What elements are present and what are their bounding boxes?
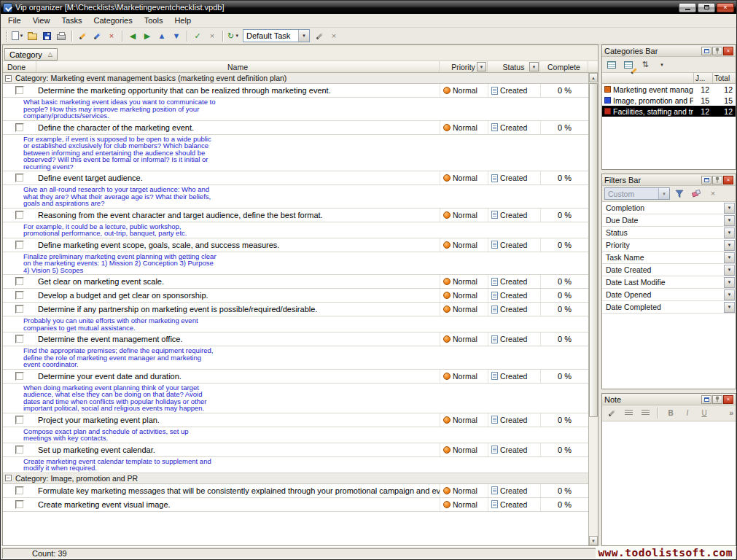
print-button[interactable] <box>54 28 69 43</box>
task-row[interactable]: Determine if any partnership on marketin… <box>3 303 588 316</box>
task-checkbox[interactable] <box>15 291 24 300</box>
close-button[interactable]: × <box>717 3 734 12</box>
filter-dropdown-button[interactable]: ▼ <box>724 302 735 313</box>
save-button[interactable] <box>39 28 54 43</box>
categories-due-column-header[interactable]: J... <box>693 73 712 83</box>
delete-filter-button[interactable]: × <box>706 187 720 201</box>
note-close-button[interactable]: × <box>723 395 733 404</box>
task-checkbox[interactable] <box>15 416 24 424</box>
task-row[interactable]: Reasoning from the event character and t… <box>3 209 588 222</box>
menu-view[interactable]: View <box>27 15 56 26</box>
task-checkbox[interactable] <box>15 305 24 314</box>
filter-row-date-completed[interactable]: Date Completed▼ <box>602 301 736 314</box>
move-left-button[interactable]: ◀ <box>125 28 140 43</box>
category-row[interactable]: Facilities, staffing and tr1212 <box>602 106 736 117</box>
new-category-button[interactable] <box>604 58 619 72</box>
categories-total-column-header[interactable]: Total <box>712 73 736 83</box>
note-toolbar-overflow-button[interactable]: » <box>729 409 733 417</box>
category-row[interactable]: Marketing event manage1212 <box>602 84 736 95</box>
categories-bar-header[interactable]: Categories Bar × <box>602 45 736 57</box>
filter-row-date-last-modifie[interactable]: Date Last Modifie▼ <box>602 276 736 289</box>
filter-dropdown-button[interactable]: ▼ <box>724 203 735 214</box>
filter-row-date-opened[interactable]: Date Opened▼ <box>602 289 736 301</box>
filter-dropdown-button[interactable]: ▼ <box>724 252 735 263</box>
underline-button[interactable]: U <box>697 406 711 421</box>
filter-preset-dropdown-icon[interactable]: ▼ <box>658 188 669 199</box>
delete-task-button[interactable]: × <box>104 28 119 43</box>
priority-filter-button[interactable]: ▼ <box>477 62 486 71</box>
edit-note-button[interactable] <box>604 406 619 421</box>
edit-template-button[interactable] <box>312 28 327 43</box>
task-checkbox[interactable] <box>15 500 24 509</box>
bold-button[interactable]: B <box>663 406 678 421</box>
task-row[interactable]: Get clear on marketing event scale.Norma… <box>3 275 588 289</box>
add-task-button[interactable] <box>75 28 90 43</box>
task-row[interactable]: Create marketing event visual image.Norm… <box>3 498 588 512</box>
toolbar-drag-handle[interactable] <box>6 31 8 42</box>
task-row[interactable]: Define event target audience.NormalCreat… <box>3 171 588 185</box>
edit-category-button[interactable] <box>621 58 636 72</box>
menu-tools[interactable]: Tools <box>139 15 169 26</box>
task-checkbox[interactable] <box>15 446 24 454</box>
task-checkbox[interactable] <box>15 335 24 343</box>
categories-close-button[interactable]: × <box>723 47 733 55</box>
task-checkbox[interactable] <box>15 241 24 249</box>
filter-dropdown-button[interactable]: ▼ <box>724 240 735 251</box>
edit-task-button[interactable] <box>90 28 104 43</box>
filter-dropdown-button[interactable]: ▼ <box>724 228 735 238</box>
italic-button[interactable]: I <box>680 406 695 421</box>
note-header[interactable]: Note × <box>602 394 736 405</box>
numbered-list-button[interactable] <box>638 406 652 421</box>
scroll-up-button[interactable]: ▲ <box>589 73 598 82</box>
filter-dropdown-button[interactable]: ▼ <box>724 289 735 300</box>
filter-preset-combobox[interactable]: Custom ▼ <box>604 187 670 200</box>
move-right-button[interactable]: ▶ <box>140 28 155 43</box>
filter-dropdown-button[interactable]: ▼ <box>724 277 735 288</box>
task-row[interactable]: Define marketing event scope, goals, sca… <box>3 238 588 252</box>
task-row[interactable]: Determine your event date and duration.N… <box>3 370 588 384</box>
group-by-category-tab[interactable]: Category △ <box>4 48 58 61</box>
note-float-button[interactable] <box>701 395 711 404</box>
default-task-dropdown-icon[interactable]: ▼ <box>298 30 309 42</box>
menu-tasks[interactable]: Tasks <box>55 15 87 26</box>
column-header-complete[interactable]: Complete <box>540 61 588 72</box>
categories-float-button[interactable] <box>701 47 711 55</box>
clear-filter-button[interactable] <box>689 187 703 201</box>
open-database-button[interactable] <box>25 28 39 43</box>
menu-categories[interactable]: Categories <box>88 15 139 26</box>
task-checkbox[interactable] <box>15 86 24 95</box>
recurrence-button[interactable]: ↻▼ <box>226 28 241 43</box>
filter-row-status[interactable]: Status▼ <box>602 227 736 239</box>
filters-bar-header[interactable]: Filters Bar × <box>602 174 736 186</box>
sort-categories-button[interactable]: ⇅ <box>638 58 652 72</box>
move-up-button[interactable]: ▲ <box>155 28 169 43</box>
move-down-button[interactable]: ▼ <box>169 28 184 43</box>
note-pin-button[interactable] <box>712 395 722 404</box>
categories-pin-button[interactable] <box>712 47 722 55</box>
column-header-priority[interactable]: Priority▼ <box>440 61 488 72</box>
filter-row-completion[interactable]: Completion▼ <box>602 202 736 214</box>
filter-dropdown-button[interactable]: ▼ <box>724 265 735 276</box>
menu-file[interactable]: File <box>2 15 27 26</box>
task-row[interactable]: Formulate key marketing messages that wi… <box>3 484 588 498</box>
complete-task-button[interactable]: ✓ <box>190 28 205 43</box>
column-header-done[interactable]: Done <box>3 61 36 72</box>
task-checkbox[interactable] <box>15 486 24 495</box>
task-checkbox[interactable] <box>15 211 24 219</box>
note-editor[interactable] <box>602 421 736 545</box>
filter-dropdown-button[interactable]: ▼ <box>724 215 735 226</box>
task-checkbox[interactable] <box>15 372 24 381</box>
maximize-button[interactable] <box>698 3 715 12</box>
task-checkbox[interactable] <box>15 123 24 132</box>
collapse-icon[interactable]: − <box>5 475 12 481</box>
edit-filter-button[interactable] <box>672 187 687 201</box>
cancel-task-button[interactable]: × <box>205 28 219 43</box>
task-row[interactable]: Determine the event management office.No… <box>3 332 588 346</box>
recurrence-dropdown-icon[interactable]: ▼ <box>235 34 239 38</box>
default-task-combobox[interactable]: Default Task ▼ <box>243 29 310 42</box>
filter-row-task-name[interactable]: Task Name▼ <box>602 252 736 264</box>
task-checkbox[interactable] <box>15 277 24 286</box>
task-row[interactable]: Determine the marketing opportunity that… <box>3 84 588 98</box>
new-dropdown-icon[interactable]: ▼ <box>20 34 24 38</box>
category-row[interactable]: Image, promotion and P1515 <box>602 95 736 106</box>
